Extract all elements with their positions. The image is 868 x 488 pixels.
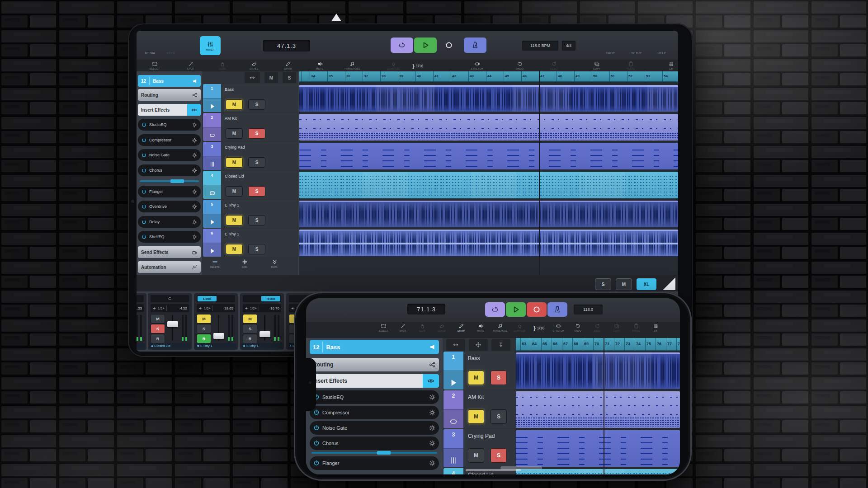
track-row[interactable]: 5E Rhy 1MS	[203, 200, 297, 228]
zoom-preset-xl[interactable]: XL	[637, 278, 656, 290]
effect-slot[interactable]: Delay	[138, 216, 201, 228]
track-mute-button[interactable]: M	[468, 448, 484, 463]
clip-e-rhy-1[interactable]	[299, 201, 678, 227]
effect-slot[interactable]: Compressor	[138, 134, 201, 146]
tracklist-header-move-all[interactable]	[469, 339, 488, 351]
clip-bass[interactable]	[299, 85, 678, 112]
record-button[interactable]	[527, 302, 547, 317]
effect-slot[interactable]: Chorus	[310, 436, 439, 450]
track-row[interactable]: 3Crying PadMS	[203, 142, 297, 170]
skip-back-button[interactable]: undefined	[349, 42, 363, 50]
mixer-button[interactable]: MIXER	[200, 36, 221, 55]
track-mute-button[interactable]: M	[468, 409, 484, 424]
clip-closed-lid[interactable]	[299, 172, 678, 198]
effect-slot[interactable]: StudioEQ	[138, 119, 201, 131]
track-solo-button[interactable]: S	[491, 448, 507, 463]
send-effects-button[interactable]: Send Effects	[138, 246, 201, 258]
channel-mute-button[interactable]: M	[243, 314, 257, 324]
tool-grid[interactable]: 1/8	[661, 61, 678, 70]
tool-paste[interactable]: PASTE	[621, 61, 641, 70]
track-mute-button[interactable]: M	[226, 128, 243, 139]
add-track-button[interactable]: ADD	[236, 258, 254, 268]
effect-slot[interactable]: ShelfEQ	[138, 231, 201, 243]
pan-control[interactable]: C	[151, 295, 189, 302]
routing-button[interactable]: Routing	[138, 89, 201, 101]
clip-e-rhy-1[interactable]	[299, 230, 678, 256]
tracklist-header-global-solo[interactable]: S	[283, 72, 296, 83]
home-indicator[interactable]	[466, 469, 521, 471]
track-mute-button[interactable]: M	[226, 186, 243, 197]
metronome-button[interactable]	[464, 38, 486, 53]
playhead[interactable]	[539, 71, 540, 275]
clip-bass[interactable]	[516, 352, 680, 389]
tracklist-header-move-tracks[interactable]	[446, 339, 465, 351]
track-row[interactable]: 6E Rhy 1MS	[203, 229, 297, 257]
effect-slot[interactable]: Compressor	[310, 406, 439, 419]
tool-grid[interactable]: 1/8	[646, 323, 665, 332]
tool-transpose[interactable]: TRANSPOSE	[342, 61, 362, 70]
tool-quantize[interactable]: QQUANTIZE	[383, 61, 403, 70]
resize-grip[interactable]	[663, 277, 675, 290]
tool-erase[interactable]: ERASE	[244, 61, 264, 70]
tool-quant-value[interactable]: }1/16	[408, 62, 428, 69]
loop-button[interactable]	[391, 38, 413, 53]
shop-button[interactable]: undefined	[623, 304, 639, 312]
track-mute-button[interactable]: M	[226, 244, 243, 254]
play-button[interactable]	[414, 38, 437, 53]
track-row[interactable]: 2AM KitMS	[443, 390, 515, 428]
track-mute-button[interactable]: M	[226, 215, 243, 225]
effects-scroll-slider[interactable]	[311, 452, 437, 454]
shop-button[interactable]: undefinedSHOP	[602, 42, 618, 55]
pan-control[interactable]	[137, 295, 144, 302]
tool-split[interactable]: SPLIT	[181, 61, 201, 70]
tracklist-header-move-tracks[interactable]	[245, 72, 260, 83]
pan-control[interactable]: R100	[243, 295, 281, 302]
setup-button[interactable]: undefinedSETUP	[628, 42, 645, 55]
tool-draw[interactable]: DRAW	[278, 61, 298, 70]
track-solo-button[interactable]: S	[491, 409, 507, 424]
fader-handle[interactable]	[259, 331, 270, 337]
media-button[interactable]: undefined	[345, 304, 363, 312]
tool-undo[interactable]: UNDO	[568, 323, 587, 332]
tool-select[interactable]: SELECT	[145, 61, 165, 70]
output-routing[interactable]: 1/2+-16.76	[243, 304, 281, 312]
tool-glue[interactable]: GLUE	[413, 323, 432, 332]
effect-slot[interactable]: Noise Gate	[310, 421, 439, 435]
metronome-button[interactable]	[547, 302, 567, 317]
routing-button[interactable]: Routing	[310, 358, 439, 371]
track-solo-button[interactable]: S	[248, 99, 265, 110]
track-solo-button[interactable]: S	[248, 157, 265, 168]
effect-slot[interactable]: StudioEQ	[310, 390, 439, 404]
tool-erase[interactable]: ERASE	[432, 323, 451, 332]
channel-read-button[interactable]: R	[151, 334, 165, 343]
tracklist-header-playhead-tool[interactable]	[491, 339, 510, 351]
tool-draw[interactable]: DRAW	[452, 323, 471, 332]
effect-slot[interactable]: Flanger	[310, 456, 439, 470]
channel-mute-button[interactable]: M	[151, 314, 165, 324]
output-routing[interactable]: 1/2+-4.52	[151, 304, 189, 312]
output-routing[interactable]: 1/2+-1.33	[137, 304, 144, 312]
pan-control[interactable]: L100	[197, 295, 235, 302]
tool-quant-value[interactable]: }1/16	[529, 324, 548, 331]
mixer-button[interactable]: undefined	[387, 304, 402, 312]
selected-track-header[interactable]: 12Bass	[310, 340, 439, 354]
play-button[interactable]	[506, 302, 526, 317]
track-row[interactable]: 2AM KitMS	[203, 113, 297, 141]
track-mute-button[interactable]: M	[226, 157, 243, 168]
clip-closed-lid[interactable]	[516, 469, 680, 474]
tool-redo[interactable]: REDO	[544, 61, 564, 70]
keys-button[interactable]: undefined	[367, 304, 385, 312]
insert-effects-button[interactable]: Insert Effects	[138, 104, 201, 116]
tool-select[interactable]: SELECT	[374, 323, 393, 332]
effect-slot[interactable]: Overdrive	[138, 201, 201, 212]
tool-copy[interactable]: COPY	[607, 323, 626, 332]
timeline-ruler[interactable]: 6364656667686970717273747576777879	[516, 338, 680, 351]
help-button[interactable]: undefinedHELP	[654, 42, 670, 55]
track-solo-button[interactable]: S	[248, 128, 265, 139]
insert-effects-button[interactable]: Insert Effects	[310, 374, 439, 388]
tool-split[interactable]: SPLIT	[393, 323, 412, 332]
clip-crying-pad[interactable]	[299, 143, 678, 169]
insert-effects-visibility-toggle[interactable]	[423, 374, 439, 388]
delete-track-button[interactable]: DELETE	[206, 258, 224, 268]
media-button[interactable]: undefinedMEDIA	[141, 42, 159, 55]
